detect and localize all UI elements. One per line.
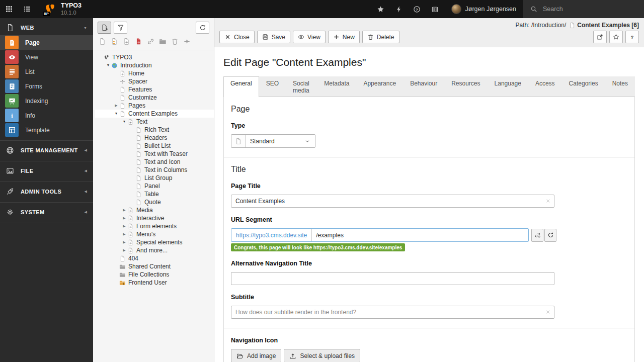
tree-item-rich-text[interactable]: Rich Text xyxy=(95,126,214,134)
sysinfo-button[interactable] xyxy=(426,0,444,18)
drag-new-separator-icon[interactable] xyxy=(183,38,191,45)
tree-item-file-collections[interactable]: File Collections xyxy=(95,270,214,279)
select-upload-button[interactable]: Select & upload files xyxy=(284,349,360,362)
module-item-info[interactable]: i Info xyxy=(0,108,93,123)
expander-closed-icon[interactable]: ▶ xyxy=(121,222,127,230)
tab-social-media[interactable]: Social media xyxy=(286,76,317,97)
open-new-window-button[interactable] xyxy=(593,31,607,43)
add-image-button[interactable]: Add image xyxy=(231,349,281,362)
tree-item-text-and-icon[interactable]: Text and Icon xyxy=(95,158,214,166)
expander-closed-icon[interactable]: ▶ xyxy=(121,214,127,222)
tab-metadata[interactable]: Metadata xyxy=(317,76,356,97)
drag-new-doc-user-icon[interactable] xyxy=(111,38,118,45)
tree-item-text-with-teaser[interactable]: Text with Teaser xyxy=(95,150,214,158)
tree-item-frontend-user[interactable]: Frontend User xyxy=(95,279,214,287)
module-item-view[interactable]: View xyxy=(0,50,93,64)
tab-resources[interactable]: Resources xyxy=(444,76,487,97)
url-toggle-button[interactable] xyxy=(531,229,543,242)
tab-notes[interactable]: Notes xyxy=(605,76,635,97)
tree-item-media[interactable]: ▶ Media xyxy=(95,206,214,214)
delete-button[interactable]: Delete xyxy=(362,31,399,43)
expander-open-icon[interactable]: ▼ xyxy=(121,118,127,126)
tree-item-list-group[interactable]: List Group xyxy=(95,174,214,182)
page-title-input[interactable] xyxy=(231,195,554,208)
star-outline-button[interactable] xyxy=(609,31,623,43)
module-item-template[interactable]: Template xyxy=(0,123,93,137)
url-prefix-link[interactable]: https://typo3.cms.ddev.site xyxy=(231,229,312,241)
tree-item-bullet-list[interactable]: Bullet List xyxy=(95,142,214,150)
clear-icon[interactable] xyxy=(545,198,551,204)
drag-new-doc-icon[interactable] xyxy=(99,38,106,45)
tree-item-content-examples[interactable]: ▼ Content Examples xyxy=(95,110,214,118)
close-button[interactable]: Close xyxy=(219,31,255,43)
drag-new-doc-mount-icon[interactable] xyxy=(135,38,142,45)
tab-appearance[interactable]: Appearance xyxy=(356,76,403,97)
tab-seo[interactable]: SEO xyxy=(259,76,286,97)
filter-button[interactable] xyxy=(114,22,127,34)
clear-icon[interactable] xyxy=(545,309,551,315)
module-item-page[interactable]: Page xyxy=(0,35,93,50)
tab-general[interactable]: General xyxy=(223,76,259,97)
pagetree-toggle-button[interactable] xyxy=(18,0,36,18)
tab-categories[interactable]: Categories xyxy=(562,76,605,97)
tree-item-customize[interactable]: Customize xyxy=(95,94,214,102)
module-section-header-system[interactable]: SYSTEM ◀ xyxy=(0,205,93,220)
modulemenu-toggle-button[interactable] xyxy=(0,0,18,18)
tab-language[interactable]: Language xyxy=(488,76,528,97)
subtitle-input[interactable] xyxy=(231,306,554,319)
module-item-indexing[interactable]: Indexing xyxy=(0,94,93,108)
drag-new-folder-icon[interactable] xyxy=(159,38,167,45)
drag-new-link-icon[interactable] xyxy=(147,38,154,45)
question-button[interactable]: ? xyxy=(625,31,639,43)
star-button[interactable] xyxy=(372,0,390,18)
help-button[interactable]: ? xyxy=(408,0,426,18)
new-button[interactable]: New xyxy=(328,31,360,43)
drag-new-doc-arrow-icon[interactable] xyxy=(123,38,130,45)
expander-closed-icon[interactable]: ▶ xyxy=(121,246,127,254)
expander-closed-icon[interactable]: ▶ xyxy=(121,238,127,246)
module-item-list[interactable]: List xyxy=(0,64,93,79)
tree-item-form-elements[interactable]: ▶ Form elements xyxy=(95,222,214,230)
expander-closed-icon[interactable]: ▶ xyxy=(113,102,119,110)
tree-item-menu-s[interactable]: ▶ Menu's xyxy=(95,230,214,238)
module-section-header-file[interactable]: FILE ◀ xyxy=(0,163,93,178)
tree-item-and-more[interactable]: ▶ And more... xyxy=(95,246,214,254)
tree-item-features[interactable]: Features xyxy=(95,85,214,94)
tree-item-shared-content[interactable]: Shared Content xyxy=(95,262,214,270)
drag-new-trash-sm-icon[interactable] xyxy=(171,38,179,45)
view-button[interactable]: View xyxy=(293,31,326,43)
module-item-forms[interactable]: Forms xyxy=(0,79,93,94)
tree-item-introduction[interactable]: ▼ Introduction xyxy=(95,61,214,69)
tree-item-table[interactable]: Table xyxy=(95,190,214,198)
search-input[interactable] xyxy=(542,5,627,13)
toolbar-search[interactable] xyxy=(523,0,644,18)
tree-item-pages[interactable]: ▶ Pages xyxy=(95,102,214,110)
tree-item-spacer[interactable]: Spacer xyxy=(95,77,214,85)
expander-closed-icon[interactable]: ▶ xyxy=(121,230,127,238)
tree-item-headers[interactable]: Headers xyxy=(95,134,214,142)
tree-item-text-in-columns[interactable]: Text in Columns xyxy=(95,166,214,174)
module-section-header-web[interactable]: WEB ▼ xyxy=(0,20,93,35)
module-section-header-site-management[interactable]: SITE MANAGEMENT ◀ xyxy=(0,143,93,158)
tree-item-quote[interactable]: Quote xyxy=(95,198,214,206)
tree-item-home[interactable]: Home xyxy=(95,69,214,77)
module-section-header-admin-tools[interactable]: ADMIN TOOLS ◀ xyxy=(0,184,93,199)
new-page-button[interactable] xyxy=(98,22,111,34)
save-button[interactable]: Save xyxy=(257,31,290,43)
tree-item-special-elements[interactable]: ▶ Special elements xyxy=(95,238,214,246)
tree-item-typo3[interactable]: TYPO3 xyxy=(95,53,214,61)
url-recalculate-button[interactable] xyxy=(544,229,556,242)
page-type-select[interactable]: Standard xyxy=(231,134,315,148)
tree-item-panel[interactable]: Panel xyxy=(95,182,214,190)
url-segment-input[interactable] xyxy=(312,229,528,241)
tree-item-text[interactable]: ▼ Text xyxy=(95,118,214,126)
tab-behaviour[interactable]: Behaviour xyxy=(403,76,444,97)
expander-open-icon[interactable]: ▼ xyxy=(113,110,119,118)
expander-closed-icon[interactable]: ▶ xyxy=(121,206,127,214)
bolt-button[interactable] xyxy=(390,0,408,18)
tree-item-interactive[interactable]: ▶ Interactive xyxy=(95,214,214,222)
tab-access[interactable]: Access xyxy=(528,76,562,97)
user-menu[interactable]: Jørgen Jørgensen xyxy=(444,0,523,18)
tree-item-404[interactable]: 404 xyxy=(95,254,214,262)
expander-open-icon[interactable]: ▼ xyxy=(105,61,111,69)
